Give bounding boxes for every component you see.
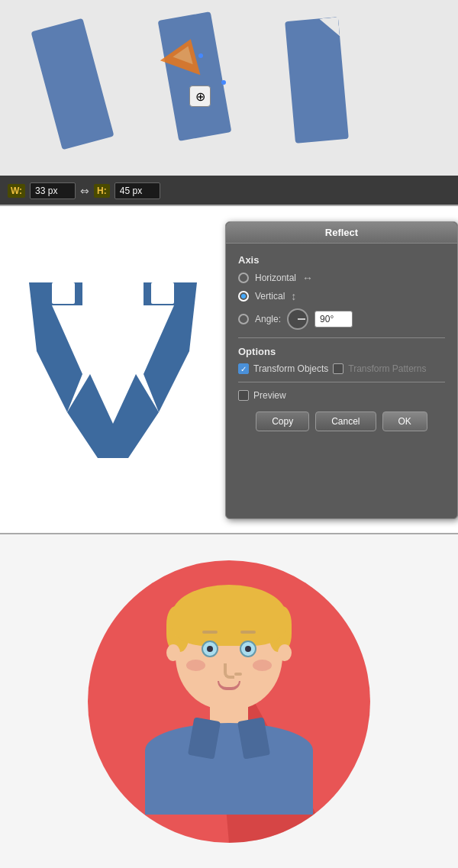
dialog-buttons: Copy Cancel OK [238,411,445,431]
eye-right [240,641,256,657]
dialog-body: Axis Horizontal ↔ Vertical ↕ Angle: [226,244,457,442]
transform-objects-label: Transform Objects [253,363,328,374]
shape-right [285,17,349,143]
eyebrow-left [202,631,218,634]
vertical-radio[interactable] [238,291,249,302]
vertical-label: Vertical [255,291,285,302]
collar-left [188,717,221,759]
head [176,591,282,709]
cursor-icon: ⊕ [189,86,211,107]
preview-checkbox[interactable] [238,390,249,401]
select-dot-2 [221,80,226,85]
angle-label: Angle: [255,314,281,324]
transform-patterns-label: Transform Patterns [348,363,426,374]
horizontal-label: Horizontal [255,273,296,283]
shape-middle [158,11,232,141]
angle-radio[interactable] [238,314,249,324]
svg-rect-4 [151,282,174,304]
transform-objects-row: Transform Objects Transform Patterns [238,363,445,374]
shape-left [31,18,114,150]
vertical-row: Vertical ↕ [238,290,445,302]
horizontal-radio[interactable] [238,273,249,283]
nose [224,663,234,679]
body [145,723,313,815]
w-label: W: [8,184,25,198]
select-dot-1 [198,53,203,58]
section3-avatar [0,534,458,868]
cancel-button[interactable]: Cancel [315,411,376,431]
eye-left [202,641,218,657]
toolbar: W: ⇔ H: [0,176,458,206]
divider [238,337,445,338]
h-input[interactable] [114,182,160,199]
section2: Reflect Axis Horizontal ↔ Vertical ↕ Ang… [0,206,458,534]
link-icon: ⇔ [80,185,89,197]
cheek-left [186,660,205,671]
divider2 [238,382,445,382]
eyes [176,641,282,657]
angle-input[interactable] [314,311,353,328]
canvas-area: ⊕ [0,0,458,176]
angle-circle [287,308,308,330]
reflect-dialog: Reflect Axis Horizontal ↔ Vertical ↕ Ang… [225,221,458,519]
angle-row: Angle: [238,308,445,330]
section1-canvas: ⊕ W: ⇔ H: [0,0,458,206]
h-label: H: [94,184,110,198]
eyebrow-right [240,631,256,634]
v-shape [29,282,197,458]
mouth-shape [218,681,240,690]
preview-label: Preview [253,390,286,401]
svg-marker-2 [67,374,159,458]
ok-button[interactable]: OK [382,411,427,431]
dialog-title: Reflect [226,222,457,244]
w-input[interactable] [30,182,76,199]
avatar-content [145,591,313,815]
hair-top [172,585,286,646]
eyebrows [176,631,282,634]
cheek-right [253,660,272,671]
mouth [218,681,240,690]
preview-row: Preview [238,390,445,401]
avatar-circle [88,560,370,843]
options-label: Options [238,346,445,357]
svg-rect-3 [52,282,75,304]
copy-button[interactable]: Copy [256,411,309,431]
collar-right [237,717,270,759]
nose-shape [224,663,234,679]
horizontal-icon: ↔ [302,272,313,284]
transform-objects-checkbox[interactable] [238,363,249,374]
axis-label: Axis [238,254,445,266]
vertical-icon: ↕ [291,290,296,302]
v-shape-canvas [0,206,225,534]
transform-patterns-checkbox[interactable] [333,363,344,374]
horizontal-row: Horizontal ↔ [238,272,445,284]
